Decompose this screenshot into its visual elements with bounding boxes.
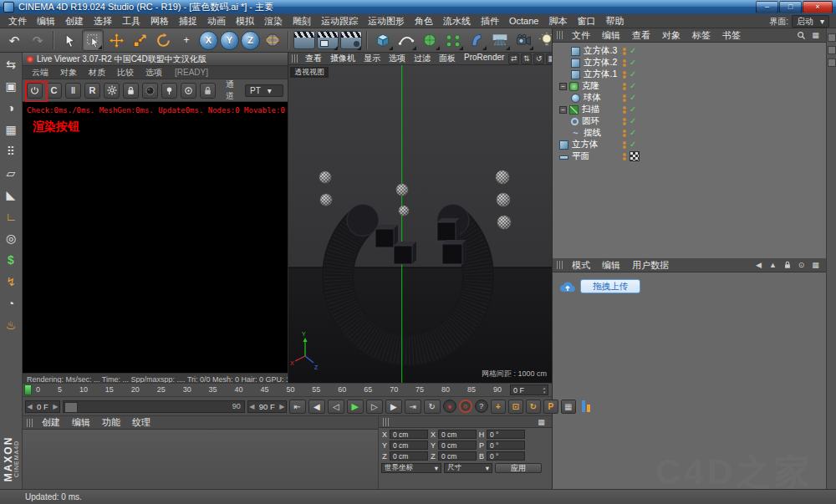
dock-panel-icon[interactable] [828,33,836,42]
next-frame-button[interactable]: ▷ [366,400,383,414]
menu-item[interactable]: 运动图形 [363,14,410,28]
visibility-dots[interactable] [623,153,626,160]
redo-button[interactable]: ↷ [27,29,48,51]
object-manager-menu-item[interactable]: 标签 [686,29,716,42]
history-back-icon[interactable]: ◀ [753,260,764,271]
panel-grip[interactable] [557,31,563,39]
position-z-field[interactable]: 0 cm [390,451,428,461]
record-keyframe-button[interactable]: ● [443,400,456,413]
dock-panel-icon[interactable] [828,59,836,67]
y-axis-lock-button[interactable]: Y [220,31,239,50]
viewport-menu-item[interactable]: 选项 [385,53,410,64]
minimize-button[interactable]: – [756,1,778,13]
lock-icon[interactable] [782,260,793,271]
clear-button[interactable]: C [46,83,62,99]
lock-camera-button[interactable] [200,83,216,99]
axis-mode-icon[interactable]: ∟ [3,208,19,225]
viewport-menu-item[interactable]: 摄像机 [326,53,359,64]
x-axis-lock-button[interactable]: X [199,31,218,50]
menu-item[interactable]: 工具 [117,14,145,28]
visibility-dots[interactable] [623,141,626,149]
position-y-field[interactable]: 0 cm [390,440,428,450]
visibility-dots[interactable] [623,94,626,102]
collapse-expander[interactable]: − [559,106,567,114]
generators-button[interactable] [419,29,441,51]
material-menu-item[interactable]: 创建 [36,416,66,429]
position-x-field[interactable]: 0 cm [390,430,428,439]
scale-tool-button[interactable] [129,29,150,51]
object-manager-menu-item[interactable]: 书签 [716,29,747,42]
panel-options-icon[interactable]: ▦ [536,416,547,427]
current-frame-spinbox[interactable]: ◀ 0 F ▶ [25,400,60,413]
channel-dropdown[interactable]: PT ▾ [245,84,283,97]
viewport-solo-icon[interactable]: ◎ [3,230,19,247]
tree-row[interactable]: 球体 ✓ [553,92,826,104]
material-list-area[interactable] [23,430,378,490]
mode-menu-item[interactable]: 模式 [566,259,596,272]
autokey-button[interactable]: ○ [459,400,472,413]
key-position-toggle[interactable]: + [491,400,506,414]
menu-item[interactable]: 雕刻 [288,14,316,28]
view-label[interactable]: 透视视图 [290,67,329,78]
rotate-view-icon[interactable]: ↺ [533,53,544,64]
render-ball-button[interactable] [142,83,158,99]
frame-number-field[interactable]: 0 F ▴▾ [510,384,548,395]
menu-item[interactable]: 捕捉 [174,14,202,28]
material-menu-item[interactable]: 纹理 [126,416,156,429]
menu-item[interactable]: 动画 [202,14,231,28]
enabled-check-icon[interactable]: ✓ [630,94,636,102]
menu-item[interactable]: 选择 [89,14,117,28]
render-start-button[interactable] [27,83,43,99]
checker-ball-icon[interactable]: ◔ [3,295,19,312]
rotation-p-field[interactable]: 0 ° [487,440,525,450]
slider-handle[interactable] [64,402,78,413]
layout-grid-icon[interactable]: ▦ [810,260,821,271]
visibility-dots[interactable] [623,71,626,79]
environment-button[interactable] [489,29,511,51]
visibility-dots[interactable] [623,48,626,55]
timeline-ruler[interactable]: 051015202530354045505560657075808590 0 F… [23,383,552,396]
enabled-check-icon[interactable]: ✓ [630,59,636,67]
tree-row[interactable]: 立方体 ✓ [553,139,826,150]
viewport-menu-item[interactable]: 面板 [435,53,460,64]
size-mode-dropdown[interactable]: 尺寸 ▾ [444,463,492,473]
restart-button[interactable]: R [84,83,100,99]
menu-item[interactable]: 文件 [3,14,32,28]
rotation-h-field[interactable]: 0 ° [487,430,525,439]
cursor-tool-button[interactable] [59,29,80,51]
visibility-dots[interactable] [623,59,626,67]
enabled-check-icon[interactable]: ✓ [630,70,636,79]
size-y-field[interactable]: 0 cm [438,440,477,450]
apply-button[interactable]: 应用 [495,463,542,473]
rotate-tool-button[interactable] [152,29,174,51]
live-viewer-tab[interactable]: 选项 [140,67,168,79]
array-button[interactable] [442,29,464,51]
viewport-menu-item[interactable]: 显示 [359,53,385,64]
dock-panel-icon[interactable] [828,46,836,54]
object-manager-menu-item[interactable]: 编辑 [596,29,626,42]
goto-start-button[interactable]: ⇤ [289,400,306,414]
key-parameter-toggle[interactable]: P [543,400,558,414]
enabled-check-icon[interactable]: ✓ [630,47,636,55]
polygons-mode-icon[interactable]: ◣ [3,186,19,203]
material-menu-item[interactable]: 功能 [96,416,126,429]
spin-left-icon[interactable]: ◀ [26,403,33,410]
workplane-mode-icon[interactable]: ▦ [3,121,19,138]
size-x-field[interactable]: 0 cm [438,430,477,439]
key-rotation-toggle[interactable]: ↻ [526,400,541,414]
viewport-menu-item[interactable]: 查看 [301,53,326,64]
menu-item[interactable]: 脚本 [543,14,572,28]
recent-tool-button[interactable]: + [176,29,197,51]
parent-up-icon[interactable]: ▲ [767,260,778,271]
prev-frame-button[interactable]: ◁ [328,400,344,414]
loop-button[interactable]: ↻ [424,400,441,414]
lock-resolution-button[interactable] [123,83,139,99]
menu-item[interactable]: 流水线 [438,14,476,28]
interface-dropdown[interactable]: 启动 ▾ [792,15,829,28]
spin-right-icon[interactable]: ▶ [278,403,286,410]
spin-right-icon[interactable]: ▶ [52,403,59,410]
primitive-cube-button[interactable] [372,29,394,51]
tree-row[interactable]: 圆环 ✓ [553,115,826,127]
spin-left-icon[interactable]: ◀ [248,403,256,410]
close-button[interactable]: × [803,1,833,13]
